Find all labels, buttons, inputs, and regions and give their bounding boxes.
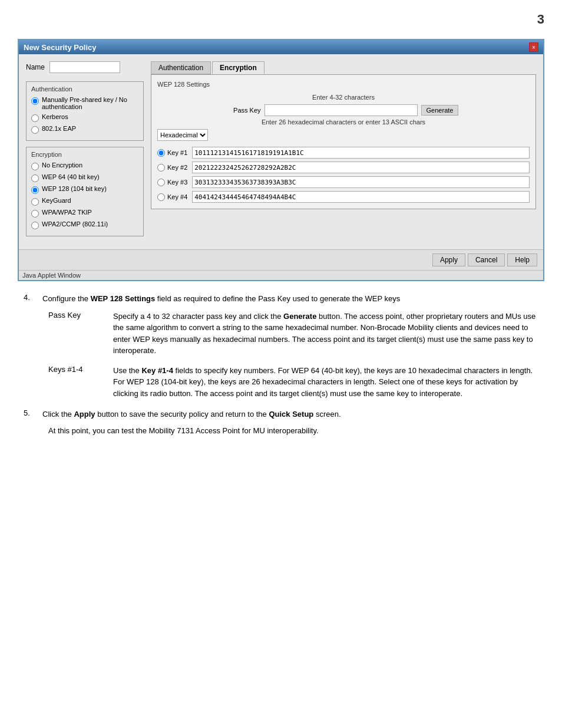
key-radio-3[interactable] [157, 179, 165, 186]
key-input-3[interactable] [192, 176, 530, 188]
dialog-title: New Security Policy [24, 43, 97, 52]
wep-settings-title-text: WEP 128 Settings [157, 81, 210, 88]
definition-list: Pass Key Specify a 4 to 32 character pas… [48, 311, 544, 400]
key-name-1: Key #1 [167, 149, 187, 156]
page-number: 3 [18, 12, 544, 27]
name-label: Name [26, 63, 45, 71]
left-panel: Name Authentication Manually Pre-shared … [26, 61, 144, 242]
step-4: 4. Configure the WEP 128 Settings field … [24, 293, 544, 399]
enc-option-2: WEP 128 (104 bit key) [31, 185, 138, 194]
key-input-4[interactable] [192, 191, 530, 203]
encryption-section-title: Encryption [31, 151, 138, 158]
def-keys-term: Keys #1-4 [48, 365, 101, 400]
key-radio-4[interactable] [157, 193, 165, 201]
enc-option-0: No Encryption [31, 162, 138, 170]
auth-label-1: Kerberos [42, 113, 68, 120]
auth-label-2: 802.1x EAP [42, 125, 76, 132]
key-label-4: Key #4 [157, 193, 187, 201]
def-passkey: Pass Key Specify a 4 to 32 character pas… [48, 311, 544, 357]
step-4-text: Configure the WEP 128 Settings field as … [42, 293, 400, 305]
step-5: 5. Click the Apply button to save the se… [24, 409, 544, 436]
key-radio-2[interactable] [157, 164, 165, 172]
key-name-3: Key #3 [167, 179, 187, 186]
key-label-1: Key #1 [157, 149, 187, 157]
hex-select-row: Hexadecimal ASCII [157, 129, 530, 141]
passkey-row: Pass Key Generate [157, 104, 530, 116]
format-select[interactable]: Hexadecimal ASCII [157, 129, 208, 141]
auth-radio-1[interactable] [31, 114, 39, 122]
auth-radio-0[interactable] [31, 97, 39, 105]
enc-radio-5[interactable] [31, 222, 39, 229]
enc-radio-4[interactable] [31, 210, 39, 218]
enc-option-5: WPA2/CCMP (802.11i) [31, 220, 138, 229]
enc-radio-2[interactable] [31, 186, 39, 194]
enc-option-3: KeyGuard [31, 197, 138, 206]
step-5-number: 5. [24, 409, 35, 420]
enc-radio-0[interactable] [31, 163, 39, 170]
step-5-row: 5. Click the Apply button to save the se… [24, 409, 544, 420]
authentication-section-title: Authentication [31, 85, 138, 93]
dialog-content: Name Authentication Manually Pre-shared … [19, 54, 543, 249]
apply-button[interactable]: Apply [432, 253, 465, 266]
name-row: Name [26, 61, 144, 73]
auth-option-1: Kerberos [31, 113, 138, 122]
enc-label-1: WEP 64 (40 bit key) [42, 173, 100, 180]
dialog-window: New Security Policy × Name Authenticatio… [18, 39, 544, 281]
key-label-2: Key #2 [157, 164, 187, 172]
auth-label-0: Manually Pre-shared key / No authenticat… [42, 96, 138, 110]
tab-encryption[interactable]: Encryption [212, 61, 265, 74]
keys-grid: Key #1 Key #2 Key #3 [157, 147, 530, 203]
java-applet-label: Java Applet Window [19, 270, 543, 280]
dialog-footer: Apply Cancel Help [19, 249, 543, 270]
def-keys-desc: Use the Key #1-4 fields to specify key n… [113, 365, 544, 400]
wep-settings-title: WEP 128 Settings [157, 81, 530, 88]
encryption-section: Encryption No Encryption WEP 64 (40 bit … [26, 147, 144, 236]
enc-option-4: WPA/WPA2 TKIP [31, 209, 138, 218]
enc-label-4: WPA/WPA2 TKIP [42, 209, 92, 216]
help-button[interactable]: Help [507, 253, 537, 266]
def-passkey-term: Pass Key [48, 311, 101, 357]
passkey-hint: Enter 4-32 characters [157, 94, 530, 101]
step-4-bold: WEP 128 Settings [91, 294, 156, 303]
tabs-bar: Authentication Encryption [151, 61, 536, 74]
enc-option-1: WEP 64 (40 bit key) [31, 173, 138, 182]
apply-bold: Apply [74, 410, 95, 419]
close-button[interactable]: × [529, 42, 538, 52]
enc-radio-3[interactable] [31, 198, 39, 206]
instructions: 4. Configure the WEP 128 Settings field … [24, 293, 544, 436]
def-keys: Keys #1-4 Use the Key #1-4 fields to spe… [48, 365, 544, 400]
enc-label-3: KeyGuard [42, 197, 71, 204]
auth-radio-2[interactable] [31, 126, 39, 134]
step-5-note: At this point, you can test the Mobility… [48, 425, 544, 437]
step-4-number: 4. [24, 293, 35, 305]
cancel-button[interactable]: Cancel [468, 253, 505, 266]
authentication-section: Authentication Manually Pre-shared key /… [26, 81, 144, 141]
tab-authentication[interactable]: Authentication [151, 61, 211, 74]
passkey-label: Pass Key [229, 107, 261, 114]
key-input-2[interactable] [192, 162, 530, 173]
generate-bold: Generate [283, 312, 316, 321]
hex-hint: Enter 26 hexadecimal characters or enter… [157, 118, 530, 126]
key-name-4: Key #4 [167, 193, 187, 200]
auth-option-0: Manually Pre-shared key / No authenticat… [31, 96, 138, 110]
step-4-row: 4. Configure the WEP 128 Settings field … [24, 293, 544, 305]
step-5-text: Click the Apply button to save the secur… [42, 409, 341, 420]
def-passkey-desc: Specify a 4 to 32 character pass key and… [113, 311, 544, 357]
key-name-2: Key #2 [167, 164, 187, 171]
passkey-input[interactable] [265, 104, 418, 116]
quicksetup-bold: Quick Setup [269, 410, 313, 419]
key14-bold: Key #1-4 [141, 366, 173, 375]
right-panel: Authentication Encryption WEP 128 Settin… [151, 61, 536, 242]
enc-label-2: WEP 128 (104 bit key) [42, 185, 107, 192]
key-radio-1[interactable] [157, 149, 165, 157]
enc-label-5: WPA2/CCMP (802.11i) [42, 220, 108, 228]
name-input[interactable] [49, 61, 120, 73]
key-input-1[interactable] [192, 147, 530, 159]
auth-option-2: 802.1x EAP [31, 125, 138, 134]
wep-settings-box: WEP 128 Settings Enter 4-32 characters P… [151, 74, 536, 209]
key-label-3: Key #3 [157, 179, 187, 186]
generate-button[interactable]: Generate [421, 105, 459, 116]
enc-radio-1[interactable] [31, 174, 39, 182]
dialog-titlebar: New Security Policy × [19, 40, 543, 54]
enc-label-0: No Encryption [42, 162, 82, 169]
